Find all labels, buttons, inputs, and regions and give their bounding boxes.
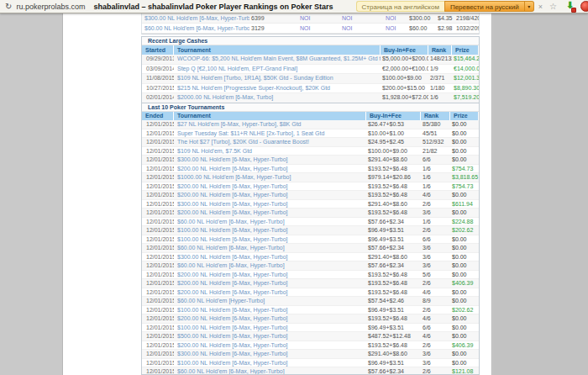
buyin-fee-cell: $193.52+$6.48 (366, 288, 421, 297)
prize-cell: $0.00 (450, 359, 479, 367)
noi-link[interactable]: NOI (384, 13, 409, 23)
tournament-link[interactable]: $300.00 NL Hold'em [6-Max, Hyper-Turbo] (177, 156, 288, 162)
noi-link[interactable]: NOI (340, 13, 384, 23)
tournament-link[interactable]: $60.00 NL Hold'em [6-Max, Hyper-Turbo] (177, 368, 285, 374)
tournament-cell: $200.00 NL Hold'em [6-Max, Hyper-Turbo] (174, 314, 366, 323)
tournament-link[interactable]: Step Q [€2,100 NL Hold'em, EPT-Grand Fin… (177, 66, 297, 71)
buyin-fee-cell: $193.52+$6.48 (366, 209, 421, 217)
tournament-link[interactable]: $100.00 NL Hold'em [6-Max, Hyper-Turbo] (177, 307, 288, 313)
translate-button[interactable]: Перевести на русский (444, 1, 525, 12)
tournament-link[interactable]: $200.00 NL Hold'em [6-Max, Hyper-Turbo] (177, 183, 288, 189)
tournament-link[interactable]: $109 NL Hold'em, $7.5K Gtd (177, 148, 252, 154)
prize-cell: $0.00 (450, 147, 479, 156)
tournament-link[interactable]: $60.00 NL Hold'em [6-Max, Hyper-Turbo] (142, 24, 249, 33)
download-extension-icon[interactable]: ⬇ (565, 1, 576, 13)
chevron-down-icon: ▾ (528, 4, 530, 9)
column-header: Tournament (174, 45, 381, 55)
prize-cell: $0.00 (450, 244, 479, 252)
rank-cell: 21/82 (421, 147, 450, 156)
fee-cell: $2.98 (438, 24, 456, 33)
buyin-fee-cell: $57.54+$2.46 (366, 297, 421, 305)
tournament-link[interactable]: $200.00 NL Hold'em [6-Max, Hyper-Turbo] (177, 280, 288, 286)
address-url[interactable]: ru.pokerprolabs.com (16, 3, 85, 11)
tournament-link[interactable]: $215 NL Hold'em [Progressive Super-Knock… (177, 85, 330, 91)
date-cell: 12/01/2015 (142, 173, 174, 182)
table-row: 12/01/2015The Hot $27 [Turbo], $20K Gtd … (142, 138, 479, 147)
tournament-link[interactable]: $2000.00 NL Hold'em [6-Max, Turbo] (177, 94, 273, 100)
rank-cell: 8/9 (421, 297, 450, 305)
tournament-link[interactable]: $60.00 NL Hold'em [6-Max, Hyper-Turbo] (177, 245, 285, 251)
tournament-link[interactable]: The Hot $27 [Turbo], $20K Gtd - Guarante… (177, 139, 309, 145)
tournament-cell: Super Tuesday Sat: $11+R NLHE [2x-Turbo]… (174, 129, 366, 138)
extension-icon[interactable] (580, 1, 588, 12)
bookmark-star-icon[interactable]: ☆ (549, 1, 557, 13)
noi-link[interactable]: NOI (340, 24, 384, 33)
table-row: 12/01/2015$200.00 NL Hold'em [6-Max, Hyp… (142, 191, 479, 200)
rank-cell: 2/6 (421, 306, 450, 314)
prize-cell: $12,001.35 (452, 74, 479, 83)
tournament-link[interactable]: WCOOP-66: $5,200 NL Hold'em Main Event, … (177, 55, 381, 61)
tournament-link[interactable]: $200.00 NL Hold'em [6-Max, Hyper-Turbo] (177, 289, 288, 295)
table-row: 12/01/2015$60.00 NL Hold'em [6-Max, Hype… (142, 218, 479, 227)
table-row: 12/01/2015$500.00 NL Hold'em [6-Max, Hyp… (142, 332, 479, 341)
noi-link[interactable]: NOI (298, 13, 340, 23)
prize-cell: $15,464.25 (452, 55, 479, 64)
tournament-link[interactable]: $300.00 NL Hold'em [6-Max, Hyper-Turbo] (177, 254, 288, 260)
buyin-cell: $300.00 (409, 13, 438, 23)
tournament-cell: $200.00 NL Hold'em [6-Max, Hyper-Turbo] (174, 191, 366, 199)
tournament-link[interactable]: $60.00 NL Hold'em [Hyper-Turbo] (177, 298, 265, 304)
rank-cell: 85/380 (421, 120, 450, 129)
tournament-link[interactable]: $300.00 NL Hold'em [6-Max, Hyper-Turbo] (177, 351, 288, 357)
tournament-link[interactable]: $300.00 NL Hold'em [6-Max, Hyper-Turbo] (177, 201, 288, 207)
tournament-link[interactable]: $1000.00 NL Hold'em [6-Max, Hyper-Turbo] (177, 174, 291, 180)
prize-cell: $754.73 (450, 165, 479, 173)
table-row: 12/01/2015$60.00 NL Hold'em [Hyper-Turbo… (142, 297, 479, 306)
tournament-link[interactable]: $500.00 NL Hold'em [6-Max, Hyper-Turbo] (177, 333, 288, 339)
translate-options-dropdown[interactable]: ▾ (525, 1, 534, 12)
tournament-link[interactable]: $100.00 NL Hold'em [6-Max, Hyper-Turbo] (177, 227, 288, 233)
buyin-fee-cell: $100.00+$9.00 (381, 74, 428, 83)
prize-cell: $0.00 (450, 324, 479, 332)
table-row: 12/01/2015$60.00 NL Hold'em [6-Max, Hype… (142, 244, 479, 253)
tournament-link[interactable]: $100.00 NL Hold'em [6-Max, Hyper-Turbo] (177, 360, 288, 366)
prize-cell: $0.00 (450, 314, 479, 323)
tournament-cell: $2000.00 NL Hold'em [6-Max, Turbo] (174, 93, 381, 103)
recent-cashes-header-row: StartedTournamentBuy-In+FeeRankPrize (142, 45, 479, 55)
date-cell: 12/01/2015 (142, 279, 174, 288)
tournament-link[interactable]: $109 NL Hold'em [Turbo, 1R1A], $50K Gtd … (177, 75, 333, 81)
tournament-link[interactable]: $60.00 NL Hold'em [6-Max, Hyper-Turbo] (177, 262, 285, 268)
tournament-link[interactable]: Super Tuesday Sat: $11+R NLHE [2x-Turbo]… (177, 130, 324, 136)
tournament-link[interactable]: $200.00 NL Hold'em [6-Max, Hyper-Turbo] (177, 315, 288, 321)
table-row: 10/27/2015$215 NL Hold'em [Progressive S… (142, 84, 479, 94)
tournament-link[interactable]: $200.00 NL Hold'em [6-Max, Hyper-Turbo] (177, 342, 288, 348)
tournament-link[interactable]: $100.00 NL Hold'em [6-Max, Hyper-Turbo] (177, 325, 288, 330)
tournament-link[interactable]: $100.00 NL Hold'em [6-Max, Hyper-Turbo] (177, 236, 288, 242)
noi-link[interactable]: NOI (384, 24, 409, 33)
tournament-link[interactable]: $27 NL Hold'em [6-Max, Hyper-Turbo], $8K… (177, 121, 302, 127)
column-header: Rank (421, 112, 450, 120)
tournament-link[interactable]: $200.00 NL Hold'em [6-Max, Hyper-Turbo] (177, 192, 288, 198)
buyin-fee-cell: $193.52+$6.48 (366, 165, 421, 173)
tournament-link[interactable]: $200.00 NL Hold'em [6-Max, Hyper-Turbo] (177, 272, 288, 277)
buyin-fee-cell: $193.52+$6.48 (366, 314, 421, 323)
table-row: 12/01/2015$27 NL Hold'em [6-Max, Hyper-T… (142, 120, 479, 129)
tournament-link[interactable]: $60.00 NL Hold'em [6-Max, Hyper-Turbo] (177, 219, 285, 224)
rank-cell: 3/6 (421, 359, 450, 367)
column-header: Buy-In+Fee (381, 45, 428, 55)
tournament-link[interactable]: $300.00 NL Hold'em [6-Max, Hyper-Turbo] (142, 13, 249, 23)
prize-cell: $611.94 (450, 200, 479, 209)
tournament-link[interactable]: $200.00 NL Hold'em [6-Max, Hyper-Turbo] (177, 209, 288, 215)
buyin-fee-cell: $10.00+$1.00 (366, 129, 421, 138)
infobar-close-icon[interactable]: × (538, 1, 543, 13)
rank-cell: 148/2133 (428, 55, 452, 64)
noi-link[interactable]: NOI (298, 24, 340, 33)
tournament-link[interactable]: $200.00 NL Hold'em [6-Max, Hyper-Turbo] (177, 166, 288, 172)
rank-cell: 1/6 (421, 218, 450, 226)
recent-large-cashes-section: Recent Large Cashes StartedTournamentBuy… (141, 36, 480, 104)
rank-cell: 6/6 (421, 156, 450, 164)
prize-cell: $0.00 (450, 253, 479, 261)
table-row: 12/01/2015$200.00 NL Hold'em [6-Max, Hyp… (142, 182, 479, 192)
buyin-fee-cell: $193.52+$6.48 (366, 191, 421, 199)
reload-icon[interactable]: ↻ (5, 0, 12, 13)
buyin-cell: $60.00 (409, 24, 438, 33)
